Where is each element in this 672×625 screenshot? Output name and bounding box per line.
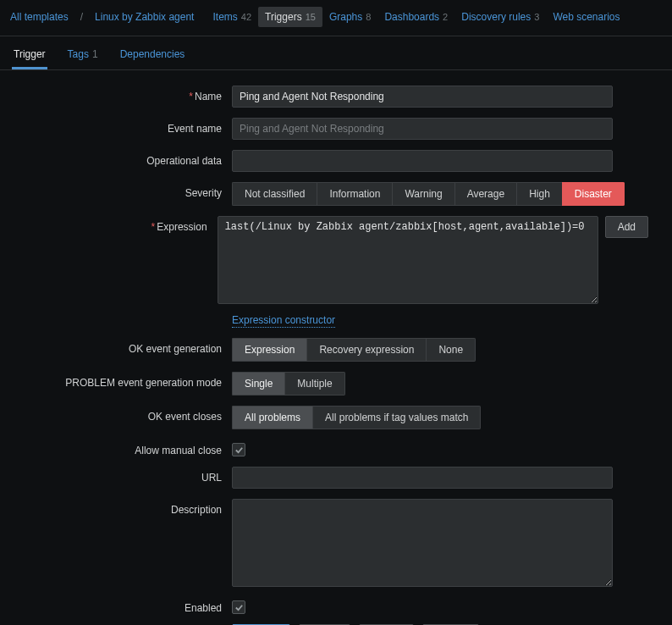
- seg-severity-high[interactable]: High: [516, 182, 562, 206]
- label-event-name: Event name: [10, 118, 232, 135]
- description-textarea[interactable]: [232, 499, 613, 587]
- problem-mode-segment: SingleMultiple: [232, 372, 345, 395]
- seg-severity-average[interactable]: Average: [454, 182, 516, 206]
- label-problem-mode: PROBLEM event generation mode: [10, 372, 232, 389]
- allow-manual-checkbox[interactable]: [232, 443, 245, 456]
- seg-okclose-all-problems[interactable]: All problems: [232, 406, 312, 429]
- ok-event-closes-segment: All problemsAll problems if tag values m…: [232, 406, 481, 429]
- nav-discovery-rules[interactable]: Discovery rules 3: [454, 7, 546, 27]
- seg-okgen-expression[interactable]: Expression: [232, 338, 306, 362]
- trigger-form: *Name Event name Operational data Severi…: [0, 70, 672, 625]
- ok-event-gen-segment: ExpressionRecovery expressionNone: [232, 338, 476, 362]
- nav-dashboards[interactable]: Dashboards 2: [377, 7, 454, 27]
- seg-okclose-all-problems-if-tag-values-match[interactable]: All problems if tag values match: [312, 406, 481, 429]
- severity-segment: Not classifiedInformationWarningAverageH…: [232, 182, 625, 206]
- expression-constructor-link[interactable]: Expression constructor: [232, 314, 335, 328]
- label-expression: *Expression: [10, 216, 218, 233]
- nav-items[interactable]: Items 42: [206, 7, 258, 27]
- expression-textarea[interactable]: last(/Linux by Zabbix agent/zabbix[host,…: [218, 216, 598, 304]
- top-nav: All templates / Linux by Zabbix agent It…: [0, 0, 672, 32]
- breadcrumb-current[interactable]: Linux by Zabbix agent: [95, 11, 194, 23]
- breadcrumb-root[interactable]: All templates: [10, 11, 69, 23]
- seg-severity-not-classified[interactable]: Not classified: [232, 182, 317, 206]
- enabled-checkbox[interactable]: [232, 600, 245, 614]
- tab-bar: TriggerTags1Dependencies: [0, 36, 672, 70]
- operational-data-input[interactable]: [232, 150, 613, 172]
- seg-okgen-recovery-expression[interactable]: Recovery expression: [306, 338, 426, 362]
- tab-trigger[interactable]: Trigger: [12, 43, 47, 69]
- seg-pmode-multiple[interactable]: Multiple: [284, 372, 344, 395]
- seg-severity-information[interactable]: Information: [317, 182, 392, 206]
- seg-okgen-none[interactable]: None: [426, 338, 476, 362]
- seg-severity-disaster[interactable]: Disaster: [562, 182, 625, 206]
- label-allow-manual: Allow manual close: [10, 440, 232, 456]
- add-expression-button[interactable]: Add: [605, 216, 648, 238]
- tab-dependencies[interactable]: Dependencies: [118, 43, 187, 69]
- name-input[interactable]: [232, 86, 613, 108]
- label-severity: Severity: [10, 182, 232, 199]
- url-input[interactable]: [232, 467, 613, 489]
- label-name: *Name: [10, 86, 232, 102]
- seg-pmode-single[interactable]: Single: [232, 372, 284, 395]
- label-url: URL: [10, 467, 232, 484]
- event-name-input[interactable]: [232, 118, 613, 140]
- seg-severity-warning[interactable]: Warning: [392, 182, 454, 206]
- label-operational-data: Operational data: [10, 150, 232, 167]
- tab-tags[interactable]: Tags1: [66, 43, 100, 69]
- nav-graphs[interactable]: Graphs 8: [322, 7, 377, 27]
- label-ok-event-gen: OK event generation: [10, 338, 232, 355]
- breadcrumb-sep: /: [80, 11, 83, 23]
- label-enabled: Enabled: [10, 597, 232, 614]
- nav-triggers[interactable]: Triggers 15: [258, 7, 322, 27]
- label-ok-event-closes: OK event closes: [10, 406, 232, 423]
- nav-web-scenarios[interactable]: Web scenarios: [546, 7, 626, 27]
- label-description: Description: [10, 499, 232, 516]
